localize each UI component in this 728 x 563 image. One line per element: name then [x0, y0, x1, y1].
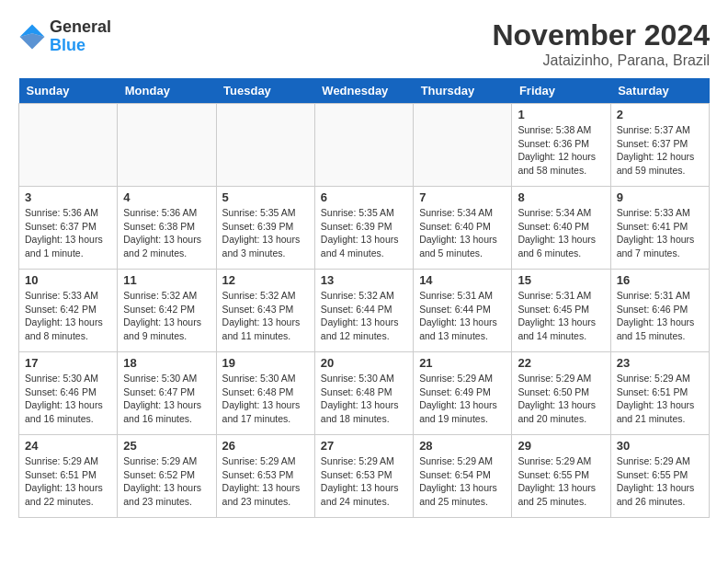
day-number: 11 — [123, 273, 210, 287]
calendar-header-row: SundayMondayTuesdayWednesdayThursdayFrid… — [19, 78, 710, 104]
calendar-cell: 29Sunrise: 5:29 AMSunset: 6:55 PMDayligh… — [512, 435, 610, 518]
day-info: Sunrise: 5:31 AMSunset: 6:45 PMDaylight:… — [518, 289, 604, 343]
day-info: Sunrise: 5:36 AMSunset: 6:37 PMDaylight:… — [25, 206, 111, 260]
calendar-week-4: 17Sunrise: 5:30 AMSunset: 6:46 PMDayligh… — [19, 352, 710, 435]
day-info: Sunrise: 5:31 AMSunset: 6:46 PMDaylight:… — [617, 289, 703, 343]
location-title: Jataizinho, Parana, Brazil — [492, 52, 710, 69]
calendar-cell: 11Sunrise: 5:32 AMSunset: 6:42 PMDayligh… — [118, 270, 216, 352]
calendar-cell: 20Sunrise: 5:30 AMSunset: 6:48 PMDayligh… — [314, 352, 413, 435]
day-number: 13 — [321, 273, 407, 287]
day-info: Sunrise: 5:30 AMSunset: 6:47 PMDaylight:… — [123, 372, 210, 426]
calendar-cell: 16Sunrise: 5:31 AMSunset: 6:46 PMDayligh… — [610, 270, 709, 352]
calendar-table: SundayMondayTuesdayWednesdayThursdayFrid… — [18, 78, 710, 518]
day-number: 26 — [222, 439, 309, 453]
calendar-week-5: 24Sunrise: 5:29 AMSunset: 6:51 PMDayligh… — [19, 435, 710, 518]
day-info: Sunrise: 5:30 AMSunset: 6:48 PMDaylight:… — [222, 372, 309, 426]
day-number: 29 — [518, 439, 604, 453]
calendar-cell — [314, 104, 413, 187]
calendar-cell — [414, 104, 512, 187]
day-number: 9 — [617, 190, 703, 204]
calendar-cell: 4Sunrise: 5:36 AMSunset: 6:38 PMDaylight… — [118, 187, 216, 270]
day-number: 2 — [617, 108, 703, 121]
day-info: Sunrise: 5:29 AMSunset: 6:55 PMDaylight:… — [617, 454, 703, 509]
day-number: 25 — [123, 439, 210, 453]
calendar-cell — [19, 104, 118, 187]
calendar-cell: 28Sunrise: 5:29 AMSunset: 6:54 PMDayligh… — [414, 435, 512, 518]
day-number: 27 — [321, 439, 407, 453]
day-info: Sunrise: 5:38 AMSunset: 6:36 PMDaylight:… — [518, 123, 604, 178]
day-info: Sunrise: 5:32 AMSunset: 6:44 PMDaylight:… — [321, 289, 407, 343]
calendar-cell: 6Sunrise: 5:35 AMSunset: 6:39 PMDaylight… — [314, 187, 413, 270]
calendar-cell — [216, 104, 314, 187]
day-number: 19 — [222, 356, 309, 370]
day-info: Sunrise: 5:29 AMSunset: 6:54 PMDaylight:… — [419, 454, 506, 509]
calendar-cell: 19Sunrise: 5:30 AMSunset: 6:48 PMDayligh… — [216, 352, 314, 435]
calendar-week-1: 1Sunrise: 5:38 AMSunset: 6:36 PMDaylight… — [19, 104, 710, 187]
day-number: 7 — [419, 190, 506, 204]
day-info: Sunrise: 5:29 AMSunset: 6:51 PMDaylight:… — [25, 454, 111, 509]
day-number: 22 — [518, 356, 604, 370]
calendar-cell: 13Sunrise: 5:32 AMSunset: 6:44 PMDayligh… — [314, 270, 413, 352]
logo-text-blue: Blue — [50, 37, 111, 55]
day-info: Sunrise: 5:29 AMSunset: 6:53 PMDaylight:… — [222, 454, 309, 509]
title-block: November 2024 Jataizinho, Parana, Brazil — [492, 18, 710, 69]
day-number: 21 — [419, 356, 506, 370]
day-info: Sunrise: 5:29 AMSunset: 6:53 PMDaylight:… — [321, 454, 407, 509]
day-info: Sunrise: 5:35 AMSunset: 6:39 PMDaylight:… — [222, 206, 309, 260]
calendar-cell: 21Sunrise: 5:29 AMSunset: 6:49 PMDayligh… — [414, 352, 512, 435]
weekday-header-tuesday: Tuesday — [216, 78, 314, 104]
calendar-cell: 25Sunrise: 5:29 AMSunset: 6:52 PMDayligh… — [118, 435, 216, 518]
day-info: Sunrise: 5:33 AMSunset: 6:41 PMDaylight:… — [617, 206, 703, 260]
calendar-week-2: 3Sunrise: 5:36 AMSunset: 6:37 PMDaylight… — [19, 187, 710, 270]
calendar-cell: 17Sunrise: 5:30 AMSunset: 6:46 PMDayligh… — [19, 352, 118, 435]
day-info: Sunrise: 5:30 AMSunset: 6:46 PMDaylight:… — [25, 372, 111, 426]
day-number: 8 — [518, 190, 604, 204]
calendar-cell: 18Sunrise: 5:30 AMSunset: 6:47 PMDayligh… — [118, 352, 216, 435]
logo-icon — [18, 23, 46, 51]
day-number: 10 — [25, 273, 111, 287]
weekday-header-saturday: Saturday — [610, 78, 709, 104]
day-number: 16 — [617, 273, 703, 287]
calendar-cell: 10Sunrise: 5:33 AMSunset: 6:42 PMDayligh… — [19, 270, 118, 352]
day-info: Sunrise: 5:35 AMSunset: 6:39 PMDaylight:… — [321, 206, 407, 260]
day-info: Sunrise: 5:37 AMSunset: 6:37 PMDaylight:… — [617, 123, 703, 178]
calendar-cell: 5Sunrise: 5:35 AMSunset: 6:39 PMDaylight… — [216, 187, 314, 270]
day-number: 14 — [419, 273, 506, 287]
calendar-cell: 23Sunrise: 5:29 AMSunset: 6:51 PMDayligh… — [610, 352, 709, 435]
day-info: Sunrise: 5:29 AMSunset: 6:50 PMDaylight:… — [518, 372, 604, 426]
calendar-cell: 8Sunrise: 5:34 AMSunset: 6:40 PMDaylight… — [512, 187, 610, 270]
day-info: Sunrise: 5:31 AMSunset: 6:44 PMDaylight:… — [419, 289, 506, 343]
calendar-cell — [118, 104, 216, 187]
day-info: Sunrise: 5:32 AMSunset: 6:42 PMDaylight:… — [123, 289, 210, 343]
calendar-week-3: 10Sunrise: 5:33 AMSunset: 6:42 PMDayligh… — [19, 270, 710, 352]
month-title: November 2024 — [492, 18, 710, 52]
calendar-cell: 12Sunrise: 5:32 AMSunset: 6:43 PMDayligh… — [216, 270, 314, 352]
day-number: 30 — [617, 439, 703, 453]
logo: General Blue — [18, 18, 111, 55]
day-info: Sunrise: 5:36 AMSunset: 6:38 PMDaylight:… — [123, 206, 210, 260]
day-info: Sunrise: 5:34 AMSunset: 6:40 PMDaylight:… — [419, 206, 506, 260]
day-info: Sunrise: 5:33 AMSunset: 6:42 PMDaylight:… — [25, 289, 111, 343]
day-info: Sunrise: 5:29 AMSunset: 6:52 PMDaylight:… — [123, 454, 210, 509]
day-number: 15 — [518, 273, 604, 287]
day-info: Sunrise: 5:29 AMSunset: 6:55 PMDaylight:… — [518, 454, 604, 509]
weekday-header-sunday: Sunday — [19, 78, 118, 104]
day-number: 3 — [25, 190, 111, 204]
calendar-cell: 14Sunrise: 5:31 AMSunset: 6:44 PMDayligh… — [414, 270, 512, 352]
weekday-header-wednesday: Wednesday — [314, 78, 413, 104]
weekday-header-friday: Friday — [512, 78, 610, 104]
day-number: 24 — [25, 439, 111, 453]
day-number: 18 — [123, 356, 210, 370]
calendar-cell: 7Sunrise: 5:34 AMSunset: 6:40 PMDaylight… — [414, 187, 512, 270]
calendar-cell: 24Sunrise: 5:29 AMSunset: 6:51 PMDayligh… — [19, 435, 118, 518]
weekday-header-thursday: Thursday — [414, 78, 512, 104]
calendar-cell: 2Sunrise: 5:37 AMSunset: 6:37 PMDaylight… — [610, 104, 709, 187]
day-number: 23 — [617, 356, 703, 370]
calendar-cell: 9Sunrise: 5:33 AMSunset: 6:41 PMDaylight… — [610, 187, 709, 270]
calendar-cell: 26Sunrise: 5:29 AMSunset: 6:53 PMDayligh… — [216, 435, 314, 518]
day-number: 28 — [419, 439, 506, 453]
day-info: Sunrise: 5:30 AMSunset: 6:48 PMDaylight:… — [321, 372, 407, 426]
day-number: 1 — [518, 108, 604, 121]
day-number: 17 — [25, 356, 111, 370]
day-info: Sunrise: 5:34 AMSunset: 6:40 PMDaylight:… — [518, 206, 604, 260]
